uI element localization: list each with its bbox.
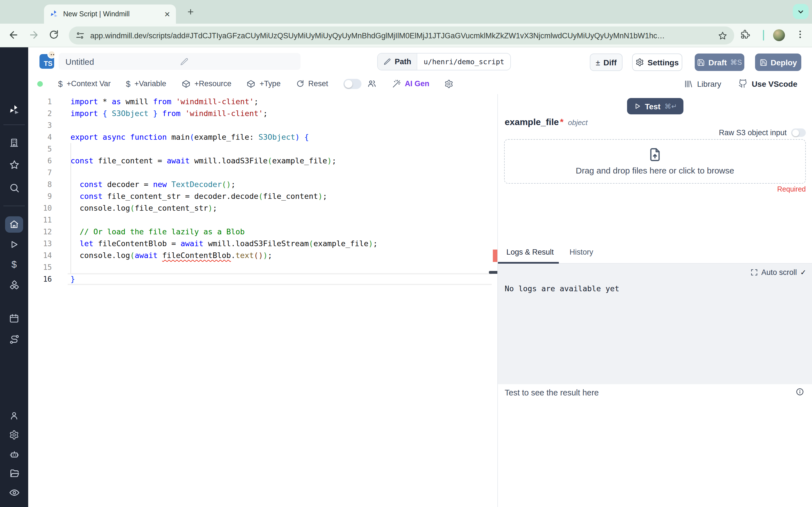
sidebar-item-folders[interactable] <box>0 468 28 479</box>
browser-profile-chevron-button[interactable] <box>793 4 809 19</box>
code-line-6: const file_content = await wmill.loadS3F… <box>70 155 377 166</box>
sidebar-item-schedules[interactable] <box>0 313 28 323</box>
ai-gen-button[interactable]: AI Gen <box>392 79 429 88</box>
check-icon: ✓ <box>800 268 806 277</box>
settings-button[interactable]: Settings <box>632 54 682 71</box>
reset-button[interactable]: Reset <box>296 79 328 88</box>
tab-title: New Script | Windmill <box>63 10 160 18</box>
site-settings-icon[interactable] <box>75 31 85 40</box>
reload-button[interactable] <box>49 29 60 41</box>
logs-panel: Auto scroll ✓ No logs are available yet <box>498 264 812 384</box>
result-panel: Test to see the result here <box>498 384 812 507</box>
bun-runtime-icon[interactable] <box>47 50 56 59</box>
url-bar[interactable]: app.windmill.dev/scripts/add#JTdCJTIyaGF… <box>69 26 734 45</box>
test-button[interactable]: Test ⌘↵ <box>627 98 683 114</box>
path-label-chip[interactable]: Path <box>378 54 417 70</box>
diff-button[interactable]: ± Diff <box>590 54 622 71</box>
diff-icon: ± <box>596 58 600 67</box>
use-vscode-button[interactable]: Use VScode <box>738 79 797 89</box>
add-resource-button[interactable]: +Resource <box>182 79 232 88</box>
dollar-icon: $ <box>126 79 131 88</box>
editor-settings-button[interactable] <box>445 79 454 88</box>
draft-button[interactable]: Draft ⌘S <box>695 54 744 71</box>
windmill-logo-icon[interactable] <box>0 104 28 116</box>
edit-pencil-icon[interactable] <box>180 57 294 66</box>
field-name: example_file <box>505 117 559 127</box>
code-line-14: console.log(await fileContentBlob.text()… <box>70 249 377 261</box>
url-text[interactable]: app.windmill.dev/scripts/add#JTdCJTIyaGF… <box>90 31 712 40</box>
file-dropzone[interactable]: Drag and drop files here or click to bro… <box>504 139 806 184</box>
code-line-3 <box>70 119 377 131</box>
sidebar-item-agents[interactable] <box>0 449 28 460</box>
info-icon[interactable] <box>796 388 804 396</box>
code-line-8: const decoder = new TextDecoder(); <box>70 178 377 190</box>
status-dot <box>37 81 43 87</box>
browser-menu-icon[interactable] <box>795 29 806 41</box>
tab-history[interactable]: History <box>569 248 593 256</box>
windmill-favicon-icon <box>50 10 59 18</box>
new-tab-button[interactable] <box>184 5 197 18</box>
file-upload-icon <box>648 148 662 162</box>
browser-tab-strip: New Script | Windmill ✕ <box>0 0 812 24</box>
tab-close-icon[interactable]: ✕ <box>164 10 170 18</box>
users-icon <box>367 79 377 89</box>
library-button[interactable]: Library <box>684 79 721 88</box>
sidebar-item-workspace[interactable] <box>0 137 28 148</box>
tab-logs-result[interactable]: Logs & Result <box>506 248 554 256</box>
browser-tab[interactable]: New Script | Windmill ✕ <box>44 4 176 24</box>
summary-text: Untitled <box>65 57 180 66</box>
sidebar-item-settings[interactable] <box>0 430 28 440</box>
script-header: TS Untitled Path u/henri/demo_script ± D… <box>28 47 812 73</box>
toolbar-divider <box>763 30 764 41</box>
code-line-13: let fileContentBlob = await wmill.loadS3… <box>70 237 377 249</box>
raw-s3-toggle[interactable] <box>791 128 806 137</box>
deploy-button[interactable]: Deploy <box>755 54 801 71</box>
sidebar-item-routes[interactable] <box>0 334 28 345</box>
sidebar-item-variables[interactable]: $ <box>0 259 28 270</box>
gear-icon <box>445 79 454 88</box>
package-icon <box>247 79 256 88</box>
save-icon <box>697 58 705 66</box>
expand-icon <box>751 269 758 276</box>
path-editor[interactable]: Path u/henri/demo_script <box>377 53 511 70</box>
collab-toggle[interactable] <box>343 78 361 89</box>
code-line-4: export async function main(example_file:… <box>70 131 377 143</box>
code-line-5 <box>70 143 377 155</box>
forward-button[interactable] <box>28 29 40 41</box>
play-icon <box>633 103 641 110</box>
bookmark-star-icon[interactable] <box>718 31 727 40</box>
logs-empty-text: No logs are available yet <box>505 284 619 293</box>
gear-icon <box>636 58 644 66</box>
sidebar-item-runs[interactable] <box>0 239 28 249</box>
sidebar-item-home[interactable] <box>0 219 28 229</box>
dollar-icon: $ <box>58 79 63 88</box>
code-line-10: console.log(file_content_str); <box>70 202 377 214</box>
sidebar-item-favorites[interactable] <box>0 159 28 170</box>
sidebar-item-workers[interactable] <box>0 411 28 421</box>
editor-toolbar: $ +Context Var $ +Variable +Resource +Ty… <box>28 73 812 94</box>
package-icon <box>182 79 191 88</box>
sidebar-divider <box>3 206 25 206</box>
add-variable-button[interactable]: $ +Variable <box>126 79 166 88</box>
library-icon <box>684 79 693 88</box>
sidebar-item-audit[interactable] <box>0 487 28 498</box>
summary-input[interactable]: Untitled <box>59 53 301 70</box>
back-button[interactable] <box>8 29 19 41</box>
code-line-11 <box>70 214 377 226</box>
auto-scroll-control[interactable]: Auto scroll ✓ <box>751 268 806 277</box>
sidebar-item-search[interactable] <box>0 182 28 193</box>
avatar[interactable] <box>773 29 785 41</box>
add-context-var-button[interactable]: $ +Context Var <box>58 79 111 88</box>
code-lines[interactable]: import * as wmill from 'windmill-client'… <box>70 96 377 285</box>
code-line-9: const file_content_str = decoder.decode(… <box>70 190 377 202</box>
wand-icon <box>392 79 401 88</box>
code-editor[interactable]: 12345678910111213141516 import * as wmil… <box>28 94 497 507</box>
draft-shortcut: ⌘S <box>730 58 742 66</box>
sidebar-item-resources[interactable] <box>0 280 28 291</box>
extensions-icon[interactable] <box>740 29 751 41</box>
overview-ruler-error-mark <box>493 249 497 262</box>
required-badge: Required <box>777 185 806 193</box>
screen: New Script | Windmill ✕ app.windmill.dev… <box>0 0 812 507</box>
add-type-button[interactable]: +Type <box>247 79 281 88</box>
logs-tabs: Logs & Result History <box>498 243 812 264</box>
